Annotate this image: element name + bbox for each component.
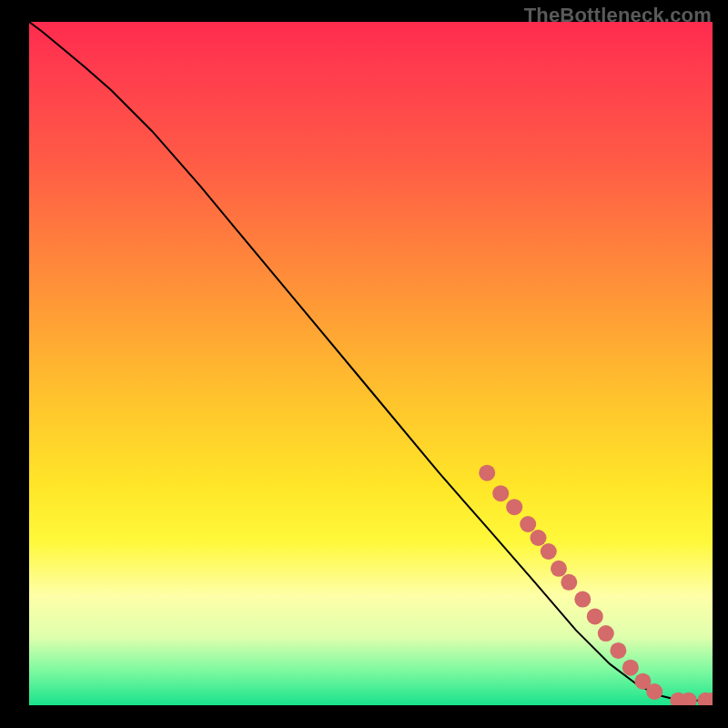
chart-marker [541,543,557,560]
chart-marker [634,673,651,690]
chart-marker [646,683,662,700]
chart-marker [574,592,591,608]
chart-marker [520,516,536,532]
chart-line [29,22,713,701]
chart-stage: TheBottleneck.com [0,0,728,728]
chart-marker [492,485,509,501]
watermark-text: TheBottleneck.com [524,4,712,27]
chart-marker [479,465,495,481]
chart-marker [587,608,603,624]
chart-marker [622,660,639,676]
chart-marker [704,693,713,705]
chart-marker [698,693,713,705]
chart-markers [479,465,713,705]
chart-marker [598,625,614,642]
chart-marker [561,574,577,591]
chart-marker [610,642,626,659]
chart-svg [29,22,713,705]
chart-marker [551,561,567,577]
chart-marker [681,693,697,705]
chart-marker [670,693,686,705]
chart-marker [506,499,522,515]
chart-marker [531,530,547,546]
plot-area [29,22,713,705]
